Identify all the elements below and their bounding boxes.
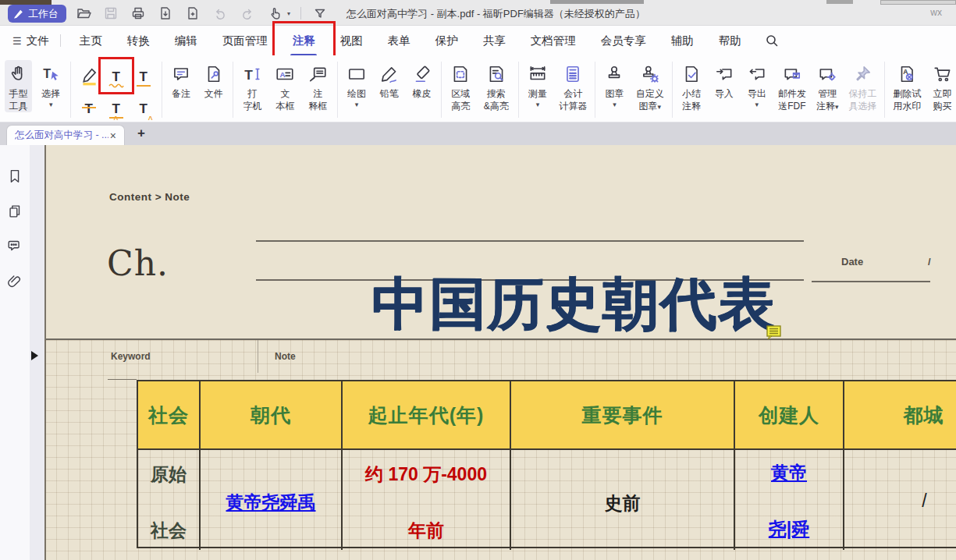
note-tool[interactable]: 备注 [168, 60, 195, 101]
import-icon [714, 62, 734, 87]
menu-item-edit[interactable]: 编辑 [162, 27, 210, 55]
funnel-icon[interactable] [311, 5, 329, 22]
dropdown-caret: ▾ [287, 10, 290, 17]
divider [672, 62, 673, 118]
tool-label: 删除试 用水印 [893, 88, 921, 112]
menu-label: 主页 [80, 34, 102, 47]
dynasty-link[interactable]: 黄帝尧舜禹 [201, 491, 341, 515]
buy-now-button[interactable]: 立即 购买 [929, 60, 956, 112]
signature-hand-icon[interactable] [266, 5, 283, 22]
menu-items: 主页 转换 编辑 页面管理 注释 视图 表单 保护 共享 文档管理 会员专享 辅… [67, 27, 754, 55]
menu-item-convert[interactable]: 转换 [115, 27, 162, 55]
drawing-tool[interactable]: 绘图 ▾ [343, 60, 371, 108]
note-column-label: Note [275, 351, 296, 362]
document-tab[interactable]: 怎么面对高中学习 - ... × [6, 125, 125, 145]
tool-label: 区域 高亮 [451, 88, 470, 112]
menu-item-membership[interactable]: 会员专享 [588, 27, 659, 55]
workspace-button[interactable]: 工作台 [8, 5, 66, 23]
tab-label: 怎么面对高中学习 - ... [15, 129, 108, 142]
extract-page-icon[interactable] [157, 5, 174, 22]
founder-link[interactable]: 尧|舜 [735, 517, 843, 541]
print-icon[interactable] [130, 5, 147, 22]
divider [337, 62, 338, 118]
menu-item-view[interactable]: 视图 [328, 27, 375, 55]
search-icon[interactable] [762, 30, 782, 51]
custom-stamp-tool[interactable]: 自定义 图章▾ [634, 60, 666, 112]
ruler-icon [528, 62, 548, 87]
new-page-icon[interactable] [184, 5, 201, 22]
typewriter-icon: T [243, 62, 263, 87]
sticky-note-annotation-icon[interactable] [766, 324, 784, 346]
squiggly-underline-tool[interactable]: T [104, 62, 129, 91]
pencil-tool[interactable]: 铅笔 [375, 60, 403, 101]
replace-text-tool[interactable]: T^ [104, 94, 129, 123]
import-comments-tool[interactable]: 导入 [710, 60, 737, 101]
redo-icon[interactable] [239, 5, 256, 22]
export-icon [747, 62, 767, 87]
file-attachment-tool[interactable]: 文件 [200, 60, 227, 101]
save-icon[interactable] [102, 5, 119, 22]
stamp-tool[interactable]: 图章 ▾ [601, 60, 628, 108]
callout-tool[interactable]: 注 释框 [304, 60, 332, 112]
menu-item-form[interactable]: 表单 [375, 27, 423, 55]
cell-text: 原始 [138, 463, 199, 487]
pages-panel-icon[interactable] [5, 202, 24, 221]
menu-item-doc-manage[interactable]: 文档管理 [518, 27, 588, 55]
menu-item-page-manage[interactable]: 页面管理 [210, 27, 280, 55]
menu-item-share[interactable]: 共享 [471, 27, 518, 55]
pushpin-icon [852, 62, 872, 87]
tool-label: 文 本框 [275, 88, 294, 112]
chapter-heading: Ch. [107, 243, 169, 283]
calculator-icon [563, 62, 583, 87]
eraser-tool[interactable]: 橡皮 [408, 60, 435, 101]
menu-item-protect[interactable]: 保护 [423, 27, 471, 55]
tool-label: 注 释框 [308, 88, 327, 112]
tool-label: 文件 [204, 88, 223, 101]
svg-text:T: T [43, 66, 51, 80]
attachments-panel-icon[interactable] [5, 272, 24, 291]
letter-T: T [139, 70, 147, 83]
menu-item-home[interactable]: 主页 [67, 27, 115, 55]
menu-item-accessibility[interactable]: 辅助 [659, 27, 706, 55]
measure-tool[interactable]: 测量 ▾ [524, 60, 552, 108]
comments-panel-icon[interactable] [5, 236, 24, 255]
founder-link[interactable]: 黄帝 [735, 461, 843, 485]
undo-icon[interactable] [211, 5, 229, 22]
email-fdf-tool[interactable]: 邮件发 送FDF [776, 60, 809, 112]
sidebar-expand-arrow[interactable] [31, 351, 38, 360]
underline-tool[interactable]: T [131, 62, 156, 91]
tool-label: 保持工 具选择 [848, 88, 876, 112]
text-markup-group: T T T T^ T^ [76, 60, 156, 123]
menu-label: 会员专享 [601, 34, 646, 47]
strikeout-tool[interactable]: T [76, 94, 101, 123]
new-tab-button[interactable]: + [134, 126, 148, 141]
dropdown-caret: ▾ [355, 101, 359, 108]
area-highlight-tool[interactable]: 区域 高亮 [447, 60, 474, 112]
background-window-fragment [826, 0, 853, 4]
summarize-comments-tool[interactable]: 小结 注释 [678, 60, 705, 112]
highlight-tool[interactable] [76, 62, 101, 91]
export-comments-tool[interactable]: 导出 ▾ [743, 60, 770, 108]
calculator-tool[interactable]: 会计 计算器 [556, 60, 589, 112]
remove-watermark-button[interactable]: A 删除试 用水印 [890, 60, 923, 112]
bookmarks-panel-icon[interactable] [5, 167, 24, 186]
textbox-tool[interactable]: A 文 本框 [272, 60, 299, 112]
file-pin-icon [204, 62, 224, 87]
menu-file[interactable]: ☰ 文件 [0, 34, 60, 48]
header-cell-dynasty: 朝代 [201, 381, 343, 450]
tool-label: 打 字机 [243, 88, 262, 112]
menu-item-help[interactable]: 帮助 [706, 27, 754, 55]
open-file-icon[interactable] [75, 5, 92, 22]
insert-text-tool[interactable]: T^ [131, 94, 156, 123]
tool-label: 立即 购买 [933, 88, 952, 112]
tool-label: 管理 注释▾ [816, 88, 839, 112]
hand-tool[interactable]: 手型 工具 [5, 60, 32, 112]
menu-item-comment[interactable]: 注释 [280, 27, 328, 55]
search-highlight-tool[interactable]: 搜索 &高亮 [480, 60, 513, 112]
title-bar: 工作台 ▾ 怎么面对高中学习 - 副本.pdf - 福昕PDF编辑器（未经授权的… [0, 0, 956, 26]
tool-label: 测量 [528, 88, 547, 101]
typewriter-tool[interactable]: T 打 字机 [239, 60, 266, 112]
manage-comments-tool[interactable]: 管理 注释▾ [814, 60, 841, 112]
tab-close-icon[interactable]: × [108, 129, 118, 142]
select-tool[interactable]: T 选择 ▾ [37, 60, 65, 108]
